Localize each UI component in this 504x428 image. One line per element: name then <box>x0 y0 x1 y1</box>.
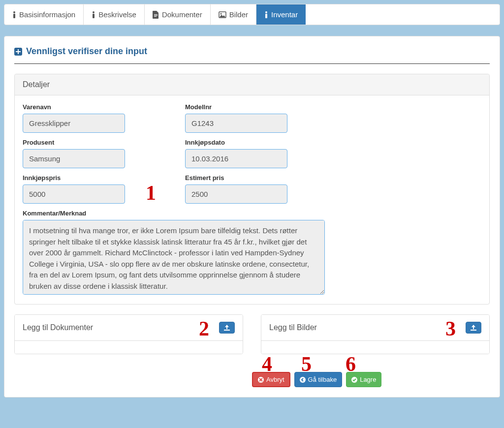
svg-rect-10 <box>265 14 267 18</box>
innkjopspris-input[interactable] <box>23 184 125 204</box>
add-images-panel: Legg til Bilder 3 <box>261 314 490 354</box>
kommentar-label: Kommentar/Merknad <box>23 210 481 217</box>
innkjopsdato-label: Innkjøpsdato <box>185 139 338 146</box>
tab-inventar[interactable]: Inventar <box>256 4 306 25</box>
svg-point-0 <box>13 11 15 13</box>
save-label: Lagre <box>360 376 376 383</box>
upload-icon <box>223 325 230 331</box>
svg-rect-13 <box>16 51 21 52</box>
arrow-left-icon <box>300 377 306 383</box>
upload-icon <box>470 325 477 331</box>
cancel-icon <box>258 377 264 383</box>
tab-bar: Basisinformasjon Beskrivelse Dokumenter … <box>4 4 500 25</box>
svg-point-17 <box>300 377 306 383</box>
svg-rect-3 <box>93 14 94 18</box>
svg-point-8 <box>220 13 221 14</box>
innkjopsdato-input[interactable] <box>185 149 287 168</box>
innkjopspris-label: Innkjøpspris <box>23 174 175 182</box>
info-icon <box>264 11 268 19</box>
kommentar-textarea[interactable] <box>23 220 325 295</box>
tab-label: Beskrivelse <box>98 10 136 19</box>
produsent-input[interactable] <box>23 149 125 168</box>
svg-rect-15 <box>471 330 476 331</box>
tab-dokumenter[interactable]: Dokumenter <box>145 4 211 25</box>
info-icon <box>12 11 16 19</box>
tab-beskrivelse[interactable]: Beskrivelse <box>84 4 145 25</box>
svg-rect-4 <box>154 14 158 15</box>
svg-rect-5 <box>154 15 158 16</box>
verify-header: Vennligst verifiser dine input <box>14 46 490 64</box>
varenavn-label: Varenavn <box>23 103 175 111</box>
svg-rect-14 <box>224 330 230 331</box>
go-back-button[interactable]: Gå tilbake <box>294 372 343 387</box>
tab-label: Bilder <box>229 10 248 19</box>
go-back-label: Gå tilbake <box>308 376 337 383</box>
details-heading: Detaljer <box>15 74 489 95</box>
produsent-label: Produsent <box>23 139 175 146</box>
tab-label: Inventar <box>271 10 298 19</box>
tab-label: Basisinformasjon <box>19 10 75 19</box>
add-documents-title: Legg til Dokumenter <box>23 323 93 332</box>
verify-page: Vennligst verifiser dine input Detaljer … <box>4 36 500 397</box>
image-icon <box>219 11 226 18</box>
estimert-label: Estimert pris <box>185 174 338 182</box>
plus-square-icon <box>14 48 22 56</box>
modellnr-input[interactable] <box>185 114 287 133</box>
verify-title: Vennligst verifiser dine input <box>26 46 147 57</box>
svg-point-2 <box>93 11 94 13</box>
document-icon <box>153 11 159 19</box>
estimert-input[interactable] <box>185 184 287 204</box>
add-images-title: Legg til Bilder <box>269 323 317 332</box>
svg-rect-6 <box>154 16 157 17</box>
svg-point-9 <box>265 11 267 13</box>
check-icon <box>351 377 357 383</box>
tab-bilder[interactable]: Bilder <box>211 4 256 25</box>
tab-label: Dokumenter <box>162 10 202 19</box>
modellnr-label: Modellnr <box>185 103 338 111</box>
upload-documents-button[interactable] <box>219 322 235 334</box>
upload-images-button[interactable] <box>466 322 481 334</box>
save-button[interactable]: Lagre <box>346 372 381 387</box>
tab-basis[interactable]: Basisinformasjon <box>4 4 84 25</box>
details-panel: Detaljer Varenavn Modellnr Produsent <box>14 74 490 305</box>
cancel-button[interactable]: Avbryt <box>252 372 290 387</box>
varenavn-input[interactable] <box>23 114 125 133</box>
add-documents-panel: Legg til Dokumenter 2 <box>14 314 243 354</box>
info-icon <box>92 11 95 19</box>
svg-rect-1 <box>13 14 15 18</box>
cancel-label: Avbryt <box>266 376 284 383</box>
